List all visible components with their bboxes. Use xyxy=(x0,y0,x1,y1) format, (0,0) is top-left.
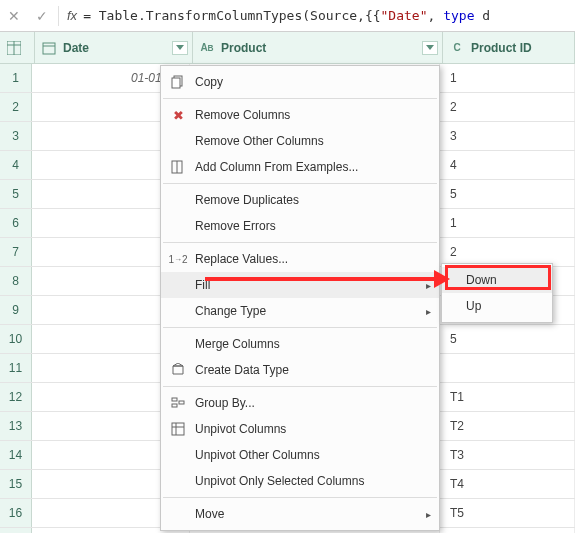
menu-move[interactable]: Move xyxy=(161,501,439,527)
date-column-label: Date xyxy=(63,41,89,55)
product-id-column-label: Product ID xyxy=(471,41,532,55)
annotation-arrow xyxy=(205,277,447,281)
menu-remove-columns[interactable]: ✖ Remove Columns xyxy=(161,102,439,128)
menu-fill-up[interactable]: Up xyxy=(442,293,552,319)
text-type-icon: C xyxy=(449,40,465,56)
table-icon xyxy=(6,40,22,56)
svg-marker-11 xyxy=(173,366,183,374)
copy-icon xyxy=(167,71,189,93)
svg-marker-6 xyxy=(426,45,434,50)
svg-rect-13 xyxy=(172,398,177,401)
fx-icon[interactable]: fx xyxy=(67,8,77,23)
product-column-label: Product xyxy=(221,41,266,55)
date-column-header[interactable]: Date xyxy=(35,32,193,63)
svg-marker-12 xyxy=(173,363,183,366)
cancel-icon[interactable]: ✕ xyxy=(0,0,28,32)
menu-fill[interactable]: Fill xyxy=(161,272,439,298)
menu-unpivot-other-columns[interactable]: Unpivot Other Columns xyxy=(161,442,439,468)
column-header-row: Date AB Product C Product ID xyxy=(0,32,575,64)
menu-create-data-type[interactable]: Create Data Type xyxy=(161,357,439,383)
svg-rect-14 xyxy=(172,404,177,407)
svg-rect-3 xyxy=(43,43,55,54)
menu-unpivot-columns[interactable]: Unpivot Columns xyxy=(161,416,439,442)
menu-change-type[interactable]: Change Type xyxy=(161,298,439,324)
product-id-column-header[interactable]: C Product ID xyxy=(443,32,575,63)
svg-rect-16 xyxy=(172,423,184,435)
menu-add-column-from-examples[interactable]: Add Column From Examples... xyxy=(161,154,439,180)
remove-column-icon: ✖ xyxy=(167,104,189,126)
formula-input[interactable]: = Table.TransformColumnTypes(Source,{{"D… xyxy=(83,8,575,23)
svg-rect-8 xyxy=(172,78,180,88)
index-header[interactable] xyxy=(0,32,35,63)
text-type-icon: AB xyxy=(199,40,215,56)
menu-remove-other-columns[interactable]: Remove Other Columns xyxy=(161,128,439,154)
calendar-icon xyxy=(41,40,57,56)
filter-icon[interactable] xyxy=(422,41,438,55)
product-column-header[interactable]: AB Product xyxy=(193,32,443,63)
menu-group-by[interactable]: Group By... xyxy=(161,390,439,416)
group-icon xyxy=(167,392,189,414)
menu-replace-values[interactable]: 1→2 Replace Values... xyxy=(161,246,439,272)
menu-remove-errors[interactable]: Remove Errors xyxy=(161,213,439,239)
data-type-icon xyxy=(167,359,189,381)
svg-marker-5 xyxy=(176,45,184,50)
unpivot-icon xyxy=(167,418,189,440)
replace-icon: 1→2 xyxy=(167,248,189,270)
filter-icon[interactable] xyxy=(172,41,188,55)
menu-fill-down[interactable]: Down xyxy=(442,267,552,293)
accept-icon[interactable]: ✓ xyxy=(28,0,56,32)
fill-submenu: Down Up xyxy=(441,263,553,323)
menu-copy[interactable]: Copy xyxy=(161,69,439,95)
add-column-icon xyxy=(167,156,189,178)
menu-merge-columns[interactable]: Merge Columns xyxy=(161,331,439,357)
svg-rect-15 xyxy=(179,401,184,404)
context-menu: Copy ✖ Remove Columns Remove Other Colum… xyxy=(160,65,440,531)
menu-remove-duplicates[interactable]: Remove Duplicates xyxy=(161,187,439,213)
menu-unpivot-selected-columns[interactable]: Unpivot Only Selected Columns xyxy=(161,468,439,494)
formula-bar: ✕ ✓ fx = Table.TransformColumnTypes(Sour… xyxy=(0,0,575,32)
